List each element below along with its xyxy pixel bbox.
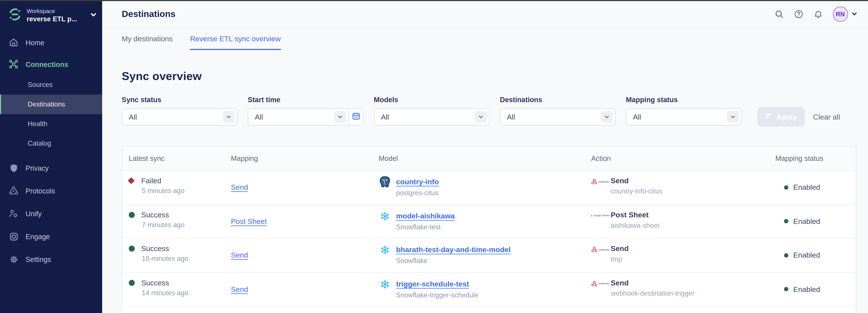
chevron-down-icon [223,111,235,123]
filter-label-mapping-status: Mapping status [626,96,742,104]
sidebar-item-settings[interactable]: Settings [0,248,102,271]
filter-label-start-time: Start time [248,96,364,104]
top-header: Destinations [102,1,868,28]
model-source: Snowflake-test [396,223,455,230]
models-select[interactable]: All [374,108,490,126]
failed-status-icon [129,178,136,183]
calendar-icon [351,111,361,123]
mapping-link[interactable]: Send [231,183,248,191]
tab-my-destinations[interactable]: My destinations [122,28,173,50]
workspace-label: Workspace [27,7,85,14]
google-sheets-logo-icon: Google Sheets [591,212,610,219]
home-icon [9,38,19,48]
webhooks-logo-icon: webhooks [591,280,610,287]
page-title: Sync overview [122,69,856,83]
sync-time: 7 minutes ago [142,221,231,228]
shield-icon [9,163,19,173]
mapping-link[interactable]: Send [231,285,248,293]
action-name: Post Sheet [611,211,775,219]
filter-label-sync-status: Sync status [122,96,238,104]
snowflake-icon: ❄ [379,210,392,223]
sync-overview-table: Latest sync Mapping Model Action Mapping… [122,146,856,313]
sidebar-item-label: Home [26,38,44,46]
gear-icon [9,254,19,264]
help-icon[interactable] [794,9,803,19]
model-link[interactable]: model-aishikawa [396,212,455,220]
search-icon[interactable] [774,9,784,19]
sidebar-item-health[interactable]: Health [0,114,102,134]
enabled-dot [784,287,788,291]
enabled-dot [784,219,788,223]
mapping-link[interactable]: Send [231,251,248,259]
person-gear-icon [9,209,19,218]
table-row: Success 14 minutes ago Send ❄ trigger-sc… [122,273,856,307]
user-menu[interactable]: RN [833,6,857,22]
sync-status-select[interactable]: All [122,108,238,126]
success-status-icon [129,280,136,286]
table-row: Success 10 minutes ago Send ❄ bharath-te… [122,239,856,273]
col-action: Action [591,147,775,170]
action-destination: aishikawa-sheet [611,221,775,229]
mapping-status-value: Enabled [793,285,820,293]
chevron-down-icon [727,111,739,123]
action-destination: webhook-destination-trigger [611,289,775,297]
model-link[interactable]: trigger-schedule-test [396,280,469,288]
apply-button[interactable]: Apply [757,107,804,127]
mapping-status-value: Enabled [793,251,820,259]
sidebar-item-protocols[interactable]: Protocols [0,179,102,202]
sidebar-item-sources[interactable]: Sources [0,75,102,95]
sidebar-item-connections[interactable]: Connections [0,53,102,75]
sidebar-item-catalog[interactable]: Catalog [0,134,102,153]
webhooks-logo-icon: webhooks [591,178,610,185]
col-latest-sync: Latest sync [122,147,231,170]
chevron-down-icon [601,111,613,123]
workspace-switcher[interactable]: Workspace reverse ETL p... [0,1,102,29]
mapping-status-select[interactable]: All [626,108,742,126]
start-time-select[interactable]: All [248,108,349,126]
clear-all-link[interactable]: Clear all [813,113,840,121]
action-destination: tmp [611,255,775,263]
model-source: Snowflake [396,257,511,265]
model-source: postgres-citus [396,189,439,197]
tab-reverse-etl-sync-overview[interactable]: Reverse ETL sync overview [190,28,281,50]
mapping-link[interactable]: Post Sheet [231,217,267,225]
col-mapping-status: Mapping status [775,147,857,170]
chevron-down-icon [475,111,487,123]
table-header-row: Latest sync Mapping Model Action Mapping… [122,147,856,170]
avatar[interactable]: RN [833,6,848,22]
sidebar-item-unify[interactable]: Unify [0,202,102,225]
col-model: Model [379,147,591,170]
chevron-down-icon [334,111,346,123]
sidebar: Workspace reverse ETL p... Home [0,1,102,313]
mapping-status-value: Enabled [793,183,820,191]
model-link[interactable]: bharath-test-day-and-time-model [396,246,511,254]
action-name: Send [611,177,775,185]
sidebar-item-label: Connections [26,60,68,68]
snowflake-icon: ❄ [379,278,392,291]
filters-bar: Sync status All Start time [122,96,856,126]
notifications-bell-icon[interactable] [813,9,823,19]
webhooks-logo-icon: webhooks [591,246,610,253]
col-mapping: Mapping [231,147,379,170]
enabled-dot [784,185,788,190]
action-name: Send [611,245,775,253]
success-status-icon [129,246,136,252]
sidebar-item-privacy[interactable]: Privacy [0,156,102,179]
snowflake-icon: ❄ [379,244,392,257]
sidebar-nav: Home Connections Sources [0,29,102,271]
calendar-button[interactable] [349,108,364,126]
sync-time: 5 minutes ago [142,187,231,194]
sidebar-item-engage[interactable]: Engage [0,225,102,248]
filter-icon [765,112,773,122]
sidebar-item-home[interactable]: Home [0,32,102,53]
chevron-down-icon [851,9,857,19]
connections-icon [9,59,19,69]
table-row: Success 7 minutes ago Post Sheet ❄ model… [122,205,856,239]
sidebar-item-destinations[interactable]: Destinations [0,95,102,114]
tab-bar: My destinations Reverse ETL sync overvie… [102,28,868,50]
engage-icon [9,231,19,241]
destinations-select[interactable]: All [500,108,616,126]
chevron-down-icon [90,10,97,20]
model-link[interactable]: country-info [396,178,439,186]
app-root: Workspace reverse ETL p... Home [0,0,868,313]
